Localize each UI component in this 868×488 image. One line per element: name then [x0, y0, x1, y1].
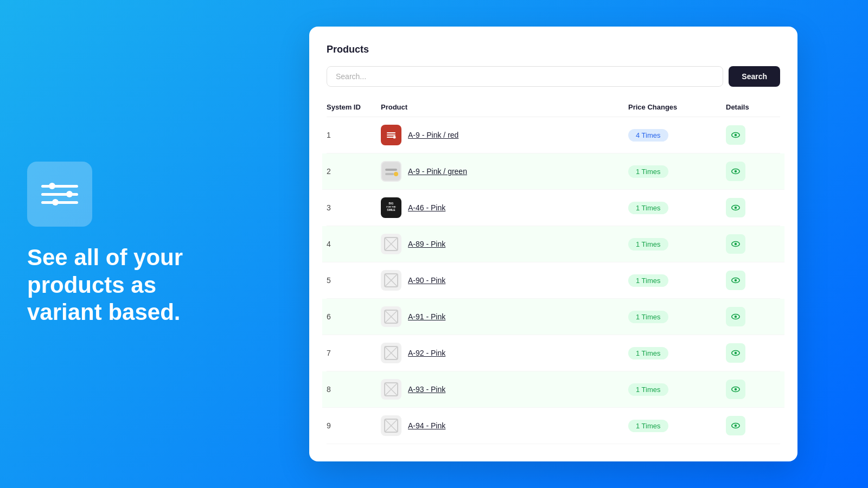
row-id: 1 — [327, 131, 381, 139]
table-row: 6 A-91 - Pink 1 Times — [322, 299, 784, 335]
products-card: Products Search System ID Product Price … — [309, 27, 797, 461]
product-link[interactable]: A-46 - Pink — [408, 203, 445, 212]
product-thumbnail — [381, 161, 401, 182]
price-changes-cell: 1 Times — [628, 274, 726, 287]
product-cell: A-9 - Pink / red — [381, 125, 628, 145]
row-id: 4 — [327, 240, 381, 248]
details-cell — [726, 125, 780, 145]
svg-point-3 — [735, 134, 737, 137]
products-table: System ID Product Price Changes Details … — [327, 98, 780, 444]
product-link[interactable]: A-9 - Pink / green — [408, 167, 467, 176]
row-id: 2 — [327, 167, 381, 176]
eye-icon — [731, 275, 741, 285]
table-row: 5 A-90 - Pink 1 Times — [327, 262, 780, 299]
eye-icon — [731, 166, 741, 176]
detail-button[interactable] — [726, 125, 745, 145]
product-link[interactable]: A-89 - Pink — [408, 240, 445, 248]
row-id: 8 — [327, 385, 381, 394]
price-changes-badge: 1 Times — [628, 238, 668, 251]
product-cell: A-9 - Pink / green — [381, 161, 628, 182]
price-changes-badge: 1 Times — [628, 347, 668, 359]
detail-button[interactable] — [726, 307, 745, 326]
price-changes-badge: 1 Times — [628, 383, 668, 396]
detail-button[interactable] — [726, 234, 745, 254]
detail-button[interactable] — [726, 380, 745, 399]
row-id: 9 — [327, 421, 381, 430]
price-changes-cell: 1 Times — [628, 165, 726, 178]
price-changes-badge: 1 Times — [628, 274, 668, 287]
row-id: 5 — [327, 276, 381, 285]
detail-button[interactable] — [726, 343, 745, 363]
detail-button[interactable] — [726, 162, 745, 181]
col-system-id: System ID — [327, 103, 381, 111]
detail-button[interactable] — [726, 416, 745, 435]
right-panel: Products Search System ID Product Price … — [260, 0, 868, 488]
price-changes-cell: 1 Times — [628, 347, 726, 359]
col-price-changes: Price Changes — [628, 103, 726, 111]
svg-point-1 — [393, 136, 396, 139]
detail-button[interactable] — [726, 198, 745, 217]
table-row: 2 A-9 - Pink / green 1 Times — [322, 153, 784, 190]
price-changes-cell: 1 Times — [628, 238, 726, 251]
app-logo-icon — [41, 184, 78, 204]
product-cell: A-93 - Pink — [381, 379, 628, 400]
eye-icon — [731, 421, 741, 431]
table-row: 8 A-93 - Pink 1 Times — [322, 371, 784, 408]
col-product: Product — [381, 103, 628, 111]
table-row: 4 A-89 - Pink 1 Times — [322, 226, 784, 262]
table-header: System ID Product Price Changes Details — [327, 98, 780, 117]
product-thumbnail — [381, 270, 401, 291]
table-row: 9 A-94 - Pink 1 Times — [327, 408, 780, 444]
detail-button[interactable] — [726, 271, 745, 290]
details-cell — [726, 162, 780, 181]
eye-icon — [731, 312, 741, 322]
details-cell — [726, 234, 780, 254]
search-button[interactable]: Search — [729, 66, 780, 87]
details-cell — [726, 198, 780, 217]
details-cell — [726, 271, 780, 290]
product-link[interactable]: A-94 - Pink — [408, 421, 445, 430]
product-link[interactable]: A-92 - Pink — [408, 349, 445, 357]
svg-text:BIG: BIG — [389, 202, 394, 205]
logo-box — [27, 162, 92, 227]
eye-icon — [731, 130, 741, 140]
product-cell: A-94 - Pink — [381, 415, 628, 436]
svg-rect-5 — [385, 169, 397, 171]
eye-icon — [731, 384, 741, 394]
product-link[interactable]: A-91 - Pink — [408, 312, 445, 321]
product-thumbnail: BIG FOR THE SMILE — [381, 197, 401, 218]
eye-icon — [731, 239, 741, 249]
table-row: 3 BIG FOR THE SMILE A-46 - Pink 1 Times — [327, 190, 780, 226]
table-row: 7 A-92 - Pink 1 Times — [327, 335, 780, 371]
product-link[interactable]: A-93 - Pink — [408, 385, 445, 394]
price-changes-cell: 1 Times — [628, 420, 726, 432]
svg-point-20 — [735, 243, 737, 246]
price-changes-badge: 1 Times — [628, 165, 668, 178]
svg-point-45 — [735, 425, 737, 427]
svg-point-15 — [735, 207, 737, 209]
price-changes-badge: 1 Times — [628, 202, 668, 214]
price-changes-badge: 1 Times — [628, 311, 668, 323]
price-changes-cell: 1 Times — [628, 202, 726, 214]
product-thumbnail — [381, 343, 401, 363]
svg-point-40 — [735, 388, 737, 391]
left-panel: See all of your products as variant base… — [0, 129, 260, 358]
product-thumbnail — [381, 234, 401, 254]
product-cell: A-90 - Pink — [381, 270, 628, 291]
product-cell: A-92 - Pink — [381, 343, 628, 363]
product-cell: BIG FOR THE SMILE A-46 - Pink — [381, 197, 628, 218]
svg-text:SMILE: SMILE — [387, 208, 395, 211]
eye-icon — [731, 348, 741, 358]
search-input[interactable] — [327, 66, 723, 87]
svg-point-25 — [735, 279, 737, 282]
row-id: 6 — [327, 312, 381, 321]
svg-rect-4 — [382, 162, 400, 181]
svg-point-7 — [394, 172, 398, 176]
table-body: 1 A-9 - Pink / red 4 Times 2 — [327, 117, 780, 444]
table-row: 1 A-9 - Pink / red 4 Times — [327, 117, 780, 153]
product-link[interactable]: A-90 - Pink — [408, 276, 445, 285]
col-details: Details — [726, 103, 780, 111]
details-cell — [726, 380, 780, 399]
product-thumbnail — [381, 125, 401, 145]
product-link[interactable]: A-9 - Pink / red — [408, 131, 458, 139]
